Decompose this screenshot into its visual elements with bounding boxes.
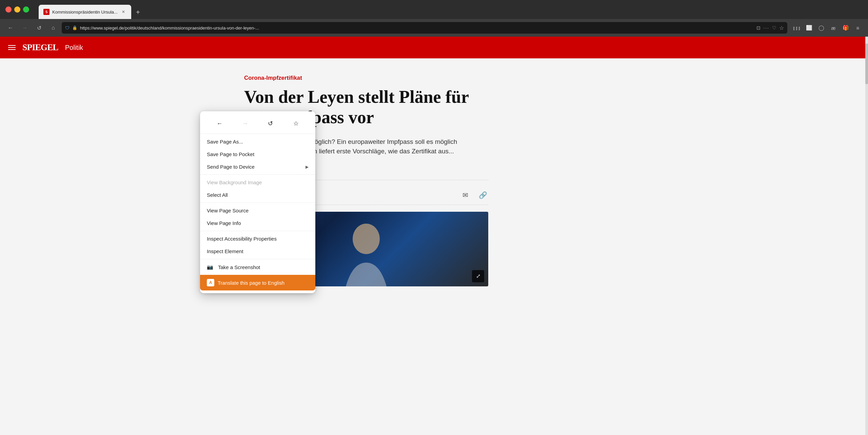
- spiegel-header: SPIEGEL Politik: [0, 37, 868, 58]
- ctx-save-to-pocket-item[interactable]: Save Page to Pocket: [200, 148, 315, 160]
- bookmark-heart-icon[interactable]: ♡: [772, 25, 776, 31]
- ctx-view-page-info-item[interactable]: View Page Info: [200, 217, 315, 229]
- library-button[interactable]: ⫿⫿⫿: [791, 22, 802, 33]
- more-options-icon: ···: [763, 25, 769, 31]
- url-display: https://www.spiegel.de/politik/deutschla…: [80, 25, 754, 31]
- ctx-select-all-item[interactable]: Select All: [200, 189, 315, 201]
- ctx-forward-button[interactable]: →: [239, 117, 251, 130]
- ctx-send-to-device-item[interactable]: Send Page to Device ▶: [200, 160, 315, 173]
- tab-close-button[interactable]: ✕: [120, 9, 126, 15]
- context-menu: ← → ↺ ☆ Save Page As... Save Page to Poc…: [200, 111, 315, 293]
- ctx-send-to-device-arrow: ▶: [305, 165, 309, 169]
- ctx-back-button[interactable]: ←: [214, 117, 226, 130]
- ctx-reload-button[interactable]: ↺: [264, 117, 277, 130]
- spiegel-logo: SPIEGEL: [22, 42, 58, 53]
- ctx-separator-1: [200, 174, 315, 175]
- link-icon[interactable]: 🔗: [477, 190, 488, 201]
- star-icon[interactable]: ☆: [779, 25, 784, 31]
- minimize-button[interactable]: [14, 6, 20, 13]
- ctx-translate-item[interactable]: A Translate this page to English: [200, 275, 315, 290]
- ctx-inspect-accessibility-item[interactable]: Inspect Accessibility Properties: [200, 232, 315, 245]
- traffic-lights: [5, 6, 29, 13]
- screenshot-icon: 📷: [207, 264, 213, 270]
- account-button[interactable]: ◯: [816, 22, 827, 33]
- fullscreen-button[interactable]: ⤢: [472, 270, 484, 282]
- lock-icon: 🔒: [72, 25, 77, 30]
- translate-icon: A: [207, 279, 214, 286]
- ctx-inspect-element-item[interactable]: Inspect Element: [200, 245, 315, 258]
- tab-bar: S Kommissionspräsidentin Ursula... ✕ +: [39, 0, 863, 19]
- ctx-take-screenshot-item[interactable]: 📷 Take a Screenshot: [200, 261, 315, 273]
- scrollbar-thumb[interactable]: [865, 43, 868, 84]
- tab-title: Kommissionspräsidentin Ursula...: [52, 10, 118, 15]
- privacy-shield-icon: 🛡: [65, 25, 70, 31]
- spiegel-section[interactable]: Politik: [65, 44, 83, 52]
- page-icon: ⊡: [756, 25, 761, 31]
- toolbar: ← → ↺ ⌂ 🛡 🔒 https://www.spiegel.de/polit…: [0, 19, 868, 37]
- maximize-button[interactable]: [23, 6, 29, 13]
- address-bar[interactable]: 🛡 🔒 https://www.spiegel.de/politik/deuts…: [62, 22, 787, 34]
- back-button[interactable]: ←: [5, 22, 16, 34]
- page-content: SPIEGEL Politik Corona-Impfzertifikat Vo…: [0, 37, 868, 435]
- svg-point-0: [353, 224, 380, 254]
- tab-favicon: S: [43, 9, 50, 15]
- ctx-separator-2: [200, 203, 315, 203]
- ctx-bookmark-button[interactable]: ☆: [290, 117, 302, 130]
- browser-window: S Kommissionspräsidentin Ursula... ✕ + ←…: [0, 0, 868, 435]
- titlebar: S Kommissionspräsidentin Ursula... ✕ +: [0, 0, 868, 19]
- scrollbar[interactable]: [865, 37, 868, 435]
- ctx-view-page-source-item[interactable]: View Page Source: [200, 204, 315, 217]
- main-menu-button[interactable]: ≡: [852, 22, 863, 33]
- toolbar-right: ⫿⫿⫿ ⬜ ◯ æ 🎁 ≡: [791, 22, 863, 33]
- reload-button[interactable]: ↺: [33, 22, 45, 34]
- ctx-view-background-image-item[interactable]: View Background Image: [200, 176, 315, 189]
- hamburger-menu-button[interactable]: [8, 45, 16, 50]
- article-category[interactable]: Corona-Impfzertifikat: [244, 75, 624, 81]
- page-area: SPIEGEL Politik Corona-Impfzertifikat Vo…: [0, 37, 868, 435]
- email-icon[interactable]: ✉: [460, 190, 471, 201]
- forward-button[interactable]: →: [19, 22, 31, 34]
- close-button[interactable]: [5, 6, 12, 13]
- gift-button[interactable]: 🎁: [840, 22, 851, 33]
- person-silhouette-image: [332, 219, 400, 286]
- ctx-separator-3: [200, 231, 315, 231]
- active-tab[interactable]: S Kommissionspräsidentin Ursula... ✕: [39, 5, 131, 19]
- home-button[interactable]: ⌂: [47, 22, 59, 34]
- context-menu-nav-row: ← → ↺ ☆: [200, 114, 315, 134]
- ctx-separator-4: [200, 259, 315, 259]
- ctx-save-page-as-item[interactable]: Save Page As...: [200, 135, 315, 148]
- split-view-button[interactable]: ⬜: [804, 22, 814, 33]
- new-tab-button[interactable]: +: [133, 7, 143, 18]
- addon-label-button[interactable]: æ: [828, 22, 839, 33]
